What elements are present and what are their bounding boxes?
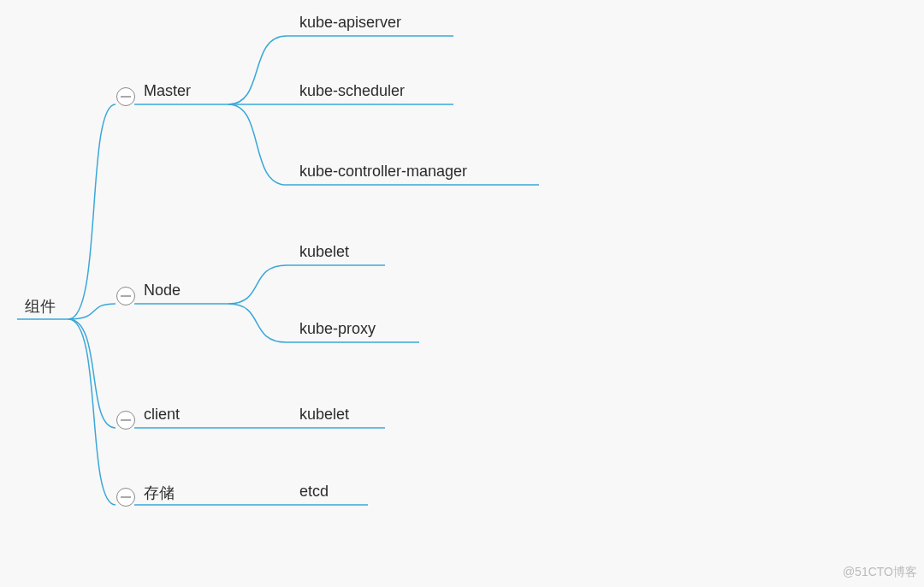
leaf-kube-proxy[interactable]: kube-proxy: [299, 320, 376, 338]
collapse-icon[interactable]: [116, 488, 135, 507]
leaf-kube-scheduler[interactable]: kube-scheduler: [299, 82, 405, 100]
leaf-kubelet-client[interactable]: kubelet: [299, 406, 349, 424]
leaf-etcd[interactable]: etcd: [299, 483, 329, 501]
leaf-kube-controller-manager[interactable]: kube-controller-manager: [299, 163, 467, 181]
branch-node[interactable]: Node: [144, 282, 181, 299]
collapse-icon[interactable]: [116, 411, 135, 430]
collapse-icon[interactable]: [116, 287, 135, 305]
watermark: @51CTO博客: [843, 565, 917, 580]
leaf-kube-apiserver[interactable]: kube-apiserver: [299, 14, 401, 32]
mindmap-connectors: [0, 0, 924, 587]
branch-client[interactable]: client: [144, 406, 180, 424]
branch-storage[interactable]: 存储: [144, 483, 175, 503]
root-node[interactable]: 组件: [25, 296, 56, 317]
branch-master[interactable]: Master: [144, 82, 191, 100]
collapse-icon[interactable]: [116, 87, 135, 106]
leaf-kubelet[interactable]: kubelet: [299, 243, 349, 261]
